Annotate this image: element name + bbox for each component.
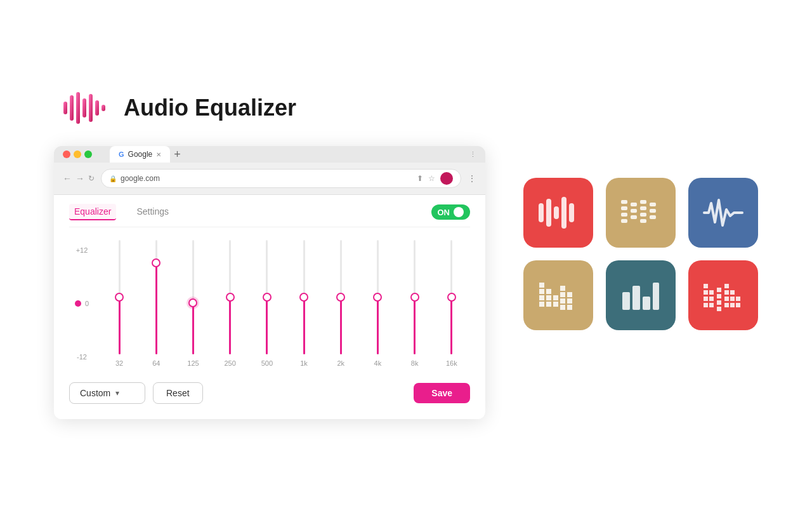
eq-scale: +12 0 -12 xyxy=(69,240,95,367)
sliders-container: 32 64 xyxy=(101,240,470,367)
slider-label-4k: 4k xyxy=(374,359,382,367)
svg-rect-44 xyxy=(643,297,650,310)
svg-rect-24 xyxy=(650,209,656,213)
user-avatar[interactable] xyxy=(440,172,453,185)
slider-thumb-500hz[interactable] xyxy=(263,293,272,302)
svg-rect-17 xyxy=(631,209,637,213)
app-icon-1[interactable] xyxy=(523,178,593,248)
slider-label-500hz: 500 xyxy=(261,359,273,367)
app-icon-4[interactable] xyxy=(523,260,593,330)
svg-rect-19 xyxy=(640,200,646,204)
svg-rect-4 xyxy=(89,94,93,122)
dot-green[interactable] xyxy=(84,150,92,158)
on-toggle[interactable]: ON xyxy=(431,204,471,220)
svg-rect-39 xyxy=(567,292,572,297)
browser-toolbar: ← → ↻ 🔒 google.com ⬆ ☆ ⋮ xyxy=(54,163,485,195)
right-section xyxy=(523,178,758,330)
save-button[interactable]: Save xyxy=(414,383,470,403)
app-header: Audio Equalizer xyxy=(60,89,296,127)
svg-rect-37 xyxy=(560,298,565,304)
slider-col-4k: 4k xyxy=(371,240,384,367)
eq-content: Equalizer Settings ON +12 xyxy=(54,195,485,419)
svg-rect-31 xyxy=(546,295,551,300)
svg-rect-1 xyxy=(70,95,74,121)
slider-thumb-64hz[interactable] xyxy=(152,258,160,267)
svg-rect-46 xyxy=(704,284,708,288)
slider-track-64hz[interactable] xyxy=(150,240,162,354)
app-icon-2[interactable] xyxy=(606,178,676,248)
slider-thumb-2k[interactable] xyxy=(336,293,345,302)
slider-track-16k[interactable] xyxy=(445,240,458,354)
app-icon-3[interactable] xyxy=(688,178,758,248)
svg-rect-11 xyxy=(569,203,574,222)
star-icon[interactable]: ☆ xyxy=(428,174,435,183)
url-text: google.com xyxy=(121,174,160,183)
slider-thumb-250hz[interactable] xyxy=(226,293,235,302)
svg-rect-26 xyxy=(539,283,544,288)
slider-track-32hz[interactable] xyxy=(113,240,126,354)
slider-track-250hz[interactable] xyxy=(224,240,237,354)
svg-rect-9 xyxy=(554,206,559,219)
preset-label: Custom xyxy=(80,388,110,398)
url-bar[interactable]: 🔒 google.com ⬆ ☆ xyxy=(101,169,461,188)
svg-rect-16 xyxy=(631,203,637,206)
slider-track-1k[interactable] xyxy=(298,240,310,354)
browser-window: G Google ✕ + ⋮ ← → ↻ 🔒 google.com xyxy=(54,146,485,419)
svg-rect-42 xyxy=(622,292,630,310)
svg-rect-32 xyxy=(546,302,551,307)
slider-thumb-8k[interactable] xyxy=(410,293,419,302)
zero-dot xyxy=(75,300,81,307)
tab-equalizer[interactable]: Equalizer xyxy=(69,204,116,220)
slider-label-1k: 1k xyxy=(300,359,308,367)
svg-rect-36 xyxy=(560,292,565,297)
app-icon-6[interactable] xyxy=(688,260,758,330)
app-icon-5[interactable] xyxy=(606,260,676,330)
svg-rect-54 xyxy=(717,294,721,298)
browser-menu-icon[interactable]: ⋮ xyxy=(469,150,476,159)
slider-thumb-32hz[interactable] xyxy=(115,293,124,302)
scale-bottom: -12 xyxy=(77,353,87,361)
dot-yellow[interactable] xyxy=(74,150,81,158)
zero-indicator: 0 xyxy=(75,300,89,307)
browser-tab[interactable]: G Google ✕ xyxy=(110,146,170,163)
preset-dropdown[interactable]: Custom ▾ xyxy=(69,382,145,404)
slider-track-500hz[interactable] xyxy=(261,240,273,354)
slider-thumb-4k[interactable] xyxy=(373,293,382,302)
svg-rect-14 xyxy=(621,213,627,217)
logo-icon xyxy=(60,89,111,127)
svg-rect-8 xyxy=(546,199,551,227)
chevron-down-icon: ▾ xyxy=(115,389,119,398)
svg-rect-22 xyxy=(640,219,646,223)
slider-col-16k: 16k xyxy=(445,240,458,367)
slider-thumb-16k[interactable] xyxy=(447,293,456,302)
slider-col-1k: 1k xyxy=(298,240,310,367)
slider-label-250hz: 250 xyxy=(224,359,235,367)
share-icon[interactable]: ⬆ xyxy=(417,174,423,183)
svg-rect-62 xyxy=(730,297,735,301)
svg-rect-43 xyxy=(632,286,640,310)
svg-rect-52 xyxy=(709,303,714,307)
svg-rect-56 xyxy=(717,307,721,311)
reload-icon[interactable]: ↻ xyxy=(88,174,95,183)
dot-red[interactable] xyxy=(63,150,70,158)
svg-rect-48 xyxy=(704,297,708,301)
reset-button[interactable]: Reset xyxy=(153,382,203,404)
more-icon[interactable]: ⋮ xyxy=(468,173,476,184)
slider-track-4k[interactable] xyxy=(371,240,384,354)
tab-close-icon[interactable]: ✕ xyxy=(156,151,161,158)
slider-track-2k[interactable] xyxy=(334,240,347,354)
tab-settings[interactable]: Settings xyxy=(131,204,174,220)
slider-track-8k[interactable] xyxy=(409,240,421,354)
slider-label-32hz: 32 xyxy=(115,359,123,367)
slider-track-125hz[interactable] xyxy=(187,240,199,354)
nav-back-icon[interactable]: ← xyxy=(63,173,72,184)
browser-dots xyxy=(63,150,92,158)
slider-col-64hz: 64 xyxy=(150,240,162,367)
slider-thumb-1k[interactable] xyxy=(299,293,308,302)
nav-forward-icon[interactable]: → xyxy=(75,173,84,184)
svg-rect-34 xyxy=(553,302,558,307)
tab-add-icon[interactable]: + xyxy=(174,148,181,161)
browser-nav: ← → ↻ xyxy=(63,173,95,184)
slider-thumb-125hz[interactable] xyxy=(188,298,197,307)
svg-rect-49 xyxy=(704,303,708,307)
